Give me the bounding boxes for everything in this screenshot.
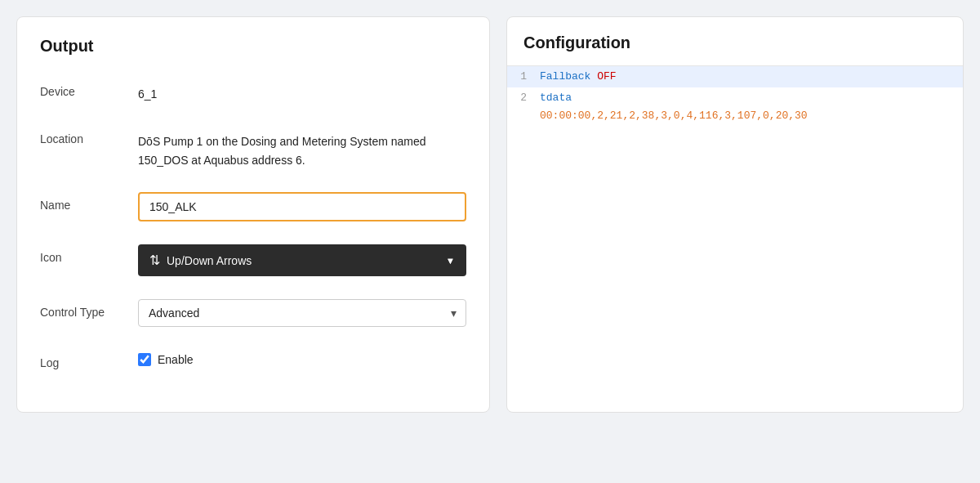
device-value: 6_1 — [138, 78, 466, 103]
output-panel: Output Device 6_1 Location DōS Pump 1 on… — [16, 16, 490, 413]
log-label: Log — [40, 350, 138, 369]
line-content-1: Fallback OFF — [533, 66, 963, 87]
name-row: Name — [40, 192, 466, 221]
location-row: Location DōS Pump 1 on the Dosing and Me… — [40, 126, 466, 169]
tdata-value: 00:00:00,2,21,2,38,3,0,4,116,3,107,0,20,… — [540, 110, 808, 122]
log-row: Log Enable — [40, 350, 466, 369]
location-value: DōS Pump 1 on the Dosing and Metering Sy… — [138, 126, 466, 169]
location-label: Location — [40, 126, 138, 145]
icon-label: Icon — [40, 244, 138, 264]
log-checkbox-label: Enable — [158, 353, 194, 366]
name-input[interactable] — [138, 192, 466, 221]
device-row: Device 6_1 — [40, 78, 466, 103]
control-type-label: Control Type — [40, 299, 138, 319]
control-type-row: Control Type Advanced Basic Manual — [40, 299, 466, 327]
icon-row: Icon ⇅ Up/Down Arrows ▼ — [40, 244, 466, 276]
control-type-select[interactable]: Advanced Basic Manual — [138, 299, 466, 327]
off-keyword: OFF — [597, 70, 616, 83]
updown-arrows-icon: ⇅ — [149, 253, 160, 268]
code-line-2: 2 tdata 00:00:00,2,21,2,38,3,0,4,116,3,1… — [507, 87, 963, 127]
main-container: Output Device 6_1 Location DōS Pump 1 on… — [16, 16, 964, 413]
config-panel-title: Configuration — [507, 34, 963, 65]
tdata-keyword: tdata — [540, 92, 572, 104]
name-label: Name — [40, 192, 138, 212]
code-area: 1 Fallback OFF 2 tdata 00:00:00,2,21,2,3… — [507, 66, 963, 127]
icon-dropdown[interactable]: ⇅ Up/Down Arrows ▼ — [138, 244, 466, 276]
device-label: Device — [40, 78, 138, 98]
line-content-2: tdata 00:00:00,2,21,2,38,3,0,4,116,3,107… — [533, 87, 963, 127]
icon-dropdown-wrapper: ⇅ Up/Down Arrows ▼ — [138, 244, 466, 276]
icon-dropdown-value: Up/Down Arrows — [167, 254, 252, 267]
line-number-1: 1 — [507, 66, 533, 87]
icon-dropdown-chevron: ▼ — [446, 256, 455, 266]
code-line-1: 1 Fallback OFF — [507, 66, 963, 87]
control-type-wrapper: Advanced Basic Manual — [138, 299, 466, 327]
log-checkbox[interactable] — [138, 353, 151, 366]
line-number-2: 2 — [507, 87, 533, 109]
fallback-keyword: Fallback — [540, 70, 590, 83]
output-panel-title: Output — [40, 37, 466, 56]
config-panel: Configuration 1 Fallback OFF 2 tdata 00:… — [506, 16, 964, 413]
log-checkbox-container: Enable — [138, 353, 194, 366]
